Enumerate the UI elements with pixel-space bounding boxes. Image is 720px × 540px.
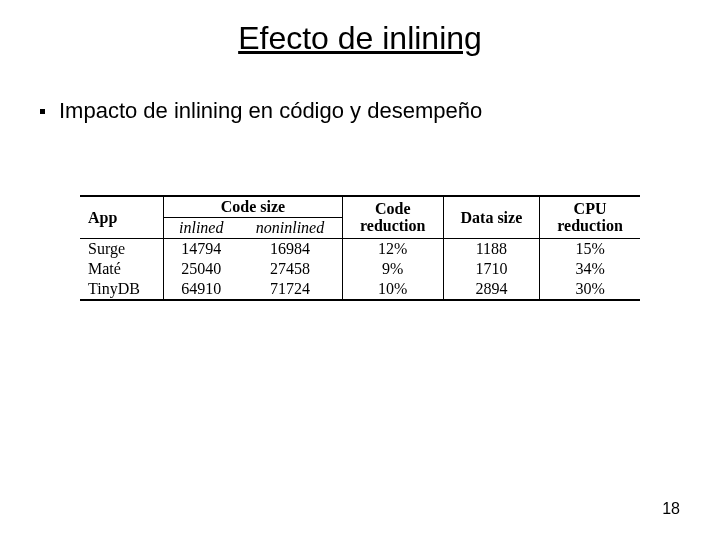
cell-noninlined: 71724: [238, 279, 342, 300]
cell-data-size: 1188: [443, 239, 539, 260]
cell-noninlined: 27458: [238, 259, 342, 279]
bullet-icon: [40, 109, 45, 114]
cell-inlined: 25040: [164, 259, 239, 279]
table-row: Surge 14794 16984 12% 1188 15%: [80, 239, 640, 260]
col-code-reduction: Codereduction: [342, 196, 443, 239]
cell-data-size: 2894: [443, 279, 539, 300]
col-app: App: [80, 196, 164, 239]
sub-inlined: inlined: [164, 218, 239, 239]
cell-app: TinyDB: [80, 279, 164, 300]
cell-data-size: 1710: [443, 259, 539, 279]
cell-code-reduction: 10%: [342, 279, 443, 300]
sub-noninlined: noninlined: [238, 218, 342, 239]
col-cpu-reduction: CPUreduction: [540, 196, 640, 239]
table-body: Surge 14794 16984 12% 1188 15% Maté 2504…: [80, 239, 640, 301]
bullet-item: Impacto de inlining en código y desempeñ…: [40, 98, 482, 124]
cell-inlined: 14794: [164, 239, 239, 260]
cell-noninlined: 16984: [238, 239, 342, 260]
inlining-table-wrap: App Code size Codereduction Data size CP…: [80, 195, 640, 301]
slide: Efecto de inlining Impacto de inlining e…: [0, 0, 720, 540]
page-title: Efecto de inlining: [0, 20, 720, 57]
table-header-row: App Code size Codereduction Data size CP…: [80, 196, 640, 218]
col-code-size: Code size: [164, 196, 343, 218]
bullet-text: Impacto de inlining en código y desempeñ…: [59, 98, 482, 124]
cell-cpu-reduction: 30%: [540, 279, 640, 300]
cell-code-reduction: 12%: [342, 239, 443, 260]
table-row: Maté 25040 27458 9% 1710 34%: [80, 259, 640, 279]
cell-code-reduction: 9%: [342, 259, 443, 279]
cell-app: Surge: [80, 239, 164, 260]
col-data-size: Data size: [443, 196, 539, 239]
cell-cpu-reduction: 15%: [540, 239, 640, 260]
inlining-table: App Code size Codereduction Data size CP…: [80, 195, 640, 301]
table-row: TinyDB 64910 71724 10% 2894 30%: [80, 279, 640, 300]
page-number: 18: [662, 500, 680, 518]
cell-cpu-reduction: 34%: [540, 259, 640, 279]
cell-app: Maté: [80, 259, 164, 279]
cell-inlined: 64910: [164, 279, 239, 300]
